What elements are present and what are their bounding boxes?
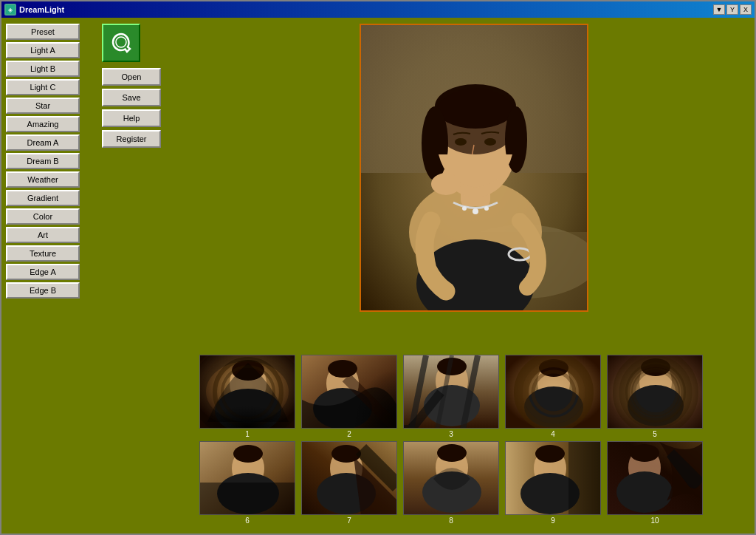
sidebar-item-weather[interactable]: Weather [6,171,80,188]
thumbnail-10[interactable]: 10 [607,441,703,525]
sidebar-item-star[interactable]: Star [6,98,80,114]
svg-point-17 [462,206,467,211]
thumbnail-label-3: 3 [449,430,453,438]
window-content: Preset Light A Light B Light C Star Amaz… [1,18,755,534]
sidebar-item-light-b[interactable]: Light B [6,61,80,77]
thumbnail-3[interactable]: 3 [403,355,499,438]
app-icon: ◈ [4,4,16,16]
sidebar-item-amazing[interactable]: Amazing [6,116,80,132]
thumbnail-2[interactable]: 2 [301,355,397,438]
svg-rect-22 [200,355,295,429]
svg-point-21 [431,173,461,195]
svg-point-30 [328,360,357,378]
thumbnail-label-9: 9 [551,517,555,525]
sidebar: Preset Light A Light B Light C Star Amaz… [1,18,97,534]
thumbnail-8[interactable]: 8 [403,441,499,525]
svg-point-71 [630,444,659,462]
window-controls: ▼ Y X [713,4,752,15]
thumbnail-4[interactable]: 4 [505,355,601,438]
sidebar-item-dream-a[interactable]: Dream A [6,134,80,151]
help-button[interactable]: Help [102,109,161,127]
middle-panel: Open Save Help Register [97,18,193,534]
thumbnail-label-6: 6 [245,517,250,525]
sidebar-item-edge-a[interactable]: Edge A [6,264,80,280]
svg-point-14 [455,138,467,146]
thumbnail-6[interactable]: 6 [199,441,295,525]
sidebar-item-edge-b[interactable]: Edge B [6,282,80,299]
svg-rect-68 [568,442,601,515]
svg-point-72 [616,471,673,513]
sidebar-item-art[interactable]: Art [6,227,80,243]
main-image [360,24,588,312]
svg-rect-55 [200,483,295,515]
svg-point-15 [484,138,496,146]
preview-area [199,24,749,355]
sidebar-item-preset[interactable]: Preset [6,24,80,40]
thumbnail-label-7: 7 [347,517,351,525]
thumbnail-5[interactable]: 5 [607,355,703,438]
thumbnail-row-1: 1 [199,355,749,438]
logo-button[interactable] [102,24,140,62]
svg-point-53 [233,445,263,463]
svg-point-12 [422,106,448,180]
svg-point-26 [215,359,281,426]
svg-point-18 [472,208,478,214]
thumbnail-label-1: 1 [245,430,250,438]
sidebar-item-texture[interactable]: Texture [6,245,80,262]
sidebar-item-gradient[interactable]: Gradient [6,190,80,206]
sidebar-item-color[interactable]: Color [6,208,80,225]
open-button[interactable]: Open [102,68,161,86]
svg-point-27 [222,367,274,418]
thumbnail-label-2: 2 [347,430,351,438]
svg-point-66 [535,445,565,463]
sidebar-item-dream-b[interactable]: Dream B [6,153,80,169]
maximize-button[interactable]: Y [726,4,738,15]
svg-point-24 [232,360,264,381]
thumbnail-label-5: 5 [653,430,657,438]
main-window: ◈ DreamLight ▼ Y X Preset Light A Light … [0,0,756,535]
save-button[interactable]: Save [102,89,161,106]
thumbnail-label-4: 4 [551,430,555,438]
thumbnail-row-2: 6 [199,441,749,525]
thumbnail-9[interactable]: 9 [505,441,601,525]
svg-point-19 [484,206,489,211]
main-area: 1 [193,18,755,534]
sidebar-item-light-a[interactable]: Light A [6,42,80,58]
thumbnail-label-10: 10 [650,517,659,525]
title-bar: ◈ DreamLight ▼ Y X [1,1,755,18]
register-button[interactable]: Register [102,130,161,148]
svg-text:◈: ◈ [8,7,13,13]
thumbnail-label-8: 8 [449,517,453,525]
minimize-button[interactable]: ▼ [713,4,725,15]
svg-point-62 [437,444,467,462]
window-title: DreamLight [19,5,713,14]
thumbnail-7[interactable]: 7 [301,441,397,525]
thumbnail-1[interactable]: 1 [199,355,295,438]
close-button[interactable]: X [740,4,752,15]
sidebar-item-light-c[interactable]: Light C [6,79,80,95]
svg-point-25 [215,389,281,429]
svg-point-23 [230,361,267,406]
